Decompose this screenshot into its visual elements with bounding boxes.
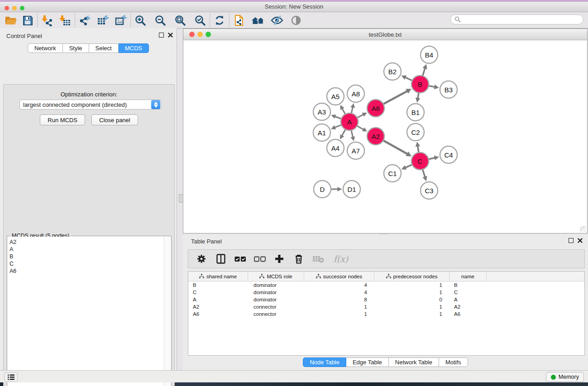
table-cell: A2 (449, 303, 487, 310)
close-panel-icon[interactable] (168, 33, 173, 38)
table-cell: A6 (449, 310, 487, 318)
tab-network-table[interactable]: Network Table (389, 357, 439, 367)
table-cell: 1 (304, 303, 374, 310)
table-cell: C (188, 289, 248, 296)
close-panel-button[interactable]: Close panel (91, 114, 138, 125)
zoom-in-icon[interactable] (134, 14, 147, 27)
eye-slash-icon[interactable] (270, 14, 284, 27)
table-body: Bdominator41BCdominator41CAdominator80AA… (188, 281, 584, 318)
column-header-name[interactable]: name (449, 272, 487, 281)
mcds-panel: Optimization criterion: largest connecte… (3, 84, 175, 386)
table-row[interactable]: A2connector11A2 (188, 303, 584, 310)
graph-node-label: A8 (352, 90, 360, 98)
table-row[interactable]: Adominator80A (188, 296, 584, 303)
tab-mcds[interactable]: MCDS (119, 43, 149, 53)
memory-label: Memory (559, 374, 579, 380)
gear-icon[interactable] (196, 253, 207, 265)
toolbar-separator (229, 14, 229, 27)
column-header-predecessor-nodes[interactable]: predecessor nodes (374, 272, 449, 281)
graph-node-label: A (347, 118, 352, 126)
table-cell: 8 (304, 296, 374, 303)
graph-node-label: A7 (352, 147, 360, 155)
tab-node-table[interactable]: Node Table (303, 357, 346, 367)
table-cell: A (449, 296, 487, 303)
criterion-dropdown[interactable]: largest connected component (directed) (19, 100, 161, 110)
tab-select[interactable]: Select (89, 43, 119, 53)
mcds-result-item[interactable]: C (10, 260, 164, 267)
zoom-selected-icon[interactable] (193, 14, 207, 27)
graph-node-label: C3 (425, 187, 433, 195)
minimize-traffic-light[interactable] (12, 6, 17, 10)
column-header-MCDS-role[interactable]: MCDS role (248, 272, 304, 281)
edge-arrowhead (350, 103, 355, 108)
mcds-result-item[interactable]: A (10, 246, 164, 253)
zoom-traffic-light[interactable] (20, 6, 24, 10)
node-table[interactable]: shared nameMCDS rolesuccessor nodesprede… (188, 271, 585, 356)
graph-node-label: A2 (372, 133, 380, 140)
plus-icon[interactable] (273, 253, 285, 265)
network-canvas[interactable]: B4B2BB3A8A5A6A3B1AC2A1A2A4A7C4CC1DD1C3 (183, 40, 587, 233)
save-icon[interactable] (21, 14, 34, 27)
mcds-result-item[interactable]: A2 (10, 238, 164, 246)
export-image-icon[interactable] (114, 14, 128, 27)
duplicate-network-icon[interactable] (232, 14, 246, 27)
table-row[interactable]: Cdominator41C (188, 289, 584, 296)
memory-button[interactable]: Memory (546, 372, 584, 382)
columns-icon[interactable] (215, 253, 227, 265)
table-panel-title: Table Panel (191, 238, 222, 245)
eye-icon[interactable] (289, 14, 303, 27)
zoom-fit-icon[interactable] (173, 14, 187, 27)
graph-node-label: C (418, 157, 423, 165)
graph-node-label: A6 (372, 105, 380, 112)
tab-network[interactable]: Network (28, 43, 63, 53)
graph-node-label: B2 (388, 68, 397, 76)
export-network-icon[interactable] (78, 14, 91, 27)
column-header-successor-nodes[interactable]: successor nodes (304, 272, 374, 281)
network-close-traffic-light[interactable] (189, 32, 195, 37)
search-input[interactable] (450, 14, 583, 24)
import-network-icon[interactable] (40, 14, 54, 27)
mcds-result-box: MCDS result (5 nodes) A2ABCA6 (7, 236, 172, 386)
network-zoom-traffic-light[interactable] (206, 32, 211, 37)
resize-grip-icon[interactable] (580, 226, 586, 232)
run-mcds-button[interactable]: Run MCDS (40, 114, 85, 125)
mcds-result-item[interactable]: B (10, 253, 164, 260)
refresh-icon[interactable] (213, 14, 226, 27)
tab-motifs[interactable]: Motifs (439, 357, 468, 367)
table-cell: B (188, 281, 248, 289)
deselect-all-icon[interactable] (254, 253, 266, 265)
open-folder-icon[interactable] (4, 14, 17, 27)
float-table-panel-icon[interactable] (569, 238, 574, 243)
trash-icon[interactable] (293, 253, 305, 265)
column-header-shared-name[interactable]: shared name (188, 272, 248, 281)
tab-style[interactable]: Style (63, 43, 89, 53)
control-panel-tabs: NetworkStyleSelectMCDS (0, 43, 177, 53)
mcds-result-item[interactable]: A6 (10, 267, 164, 275)
network-graph[interactable]: B4B2BB3A8A5A6A3B1AC2A1A2A4A7C4CC1DD1C3 (183, 40, 587, 233)
toolbar-separator (210, 14, 210, 27)
table-cell: A2 (188, 303, 248, 310)
float-panel-icon[interactable] (159, 33, 164, 38)
graph-node-label: C2 (411, 129, 420, 136)
table-cell: dominator (248, 281, 304, 289)
close-table-panel-icon[interactable] (578, 238, 583, 243)
memory-status-icon (551, 375, 556, 380)
table-row[interactable]: A6connector11A6 (188, 310, 584, 318)
double-house-icon[interactable] (251, 14, 265, 27)
control-panel: Control Panel NetworkStyleSelectMCDS Opt… (0, 28, 177, 370)
table-cell: 1 (304, 310, 374, 318)
tab-edge-table[interactable]: Edge Table (346, 357, 389, 367)
export-table-icon[interactable] (96, 14, 110, 27)
select-all-icon[interactable] (234, 253, 246, 265)
mcds-result-list[interactable]: A2ABCA6 (8, 237, 164, 386)
network-window-titlebar[interactable]: testGlobe.txt (183, 29, 587, 40)
optimization-criterion-label: Optimization criterion: (4, 91, 174, 98)
table-row[interactable]: Bdominator41B (188, 281, 584, 289)
result-scrollbar[interactable] (164, 237, 171, 386)
network-minimize-traffic-light[interactable] (197, 32, 203, 37)
task-history-button[interactable] (5, 372, 18, 382)
import-table-icon[interactable] (58, 14, 72, 27)
status-bar: Memory (0, 370, 588, 382)
close-traffic-light[interactable] (5, 6, 9, 10)
zoom-out-icon[interactable] (153, 14, 167, 27)
